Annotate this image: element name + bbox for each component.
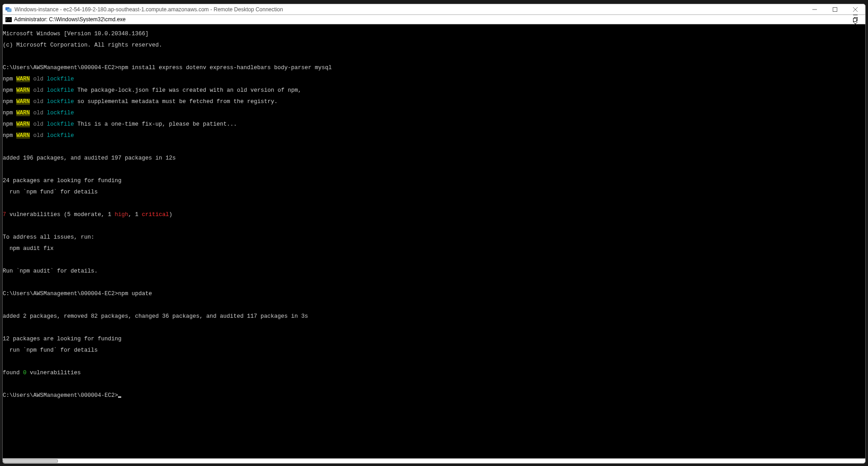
restore-icon [853, 17, 858, 22]
typed-command: npm install express dotenv express-handl… [118, 65, 332, 71]
terminal-line: npm audit fix [3, 246, 865, 252]
terminal-line [3, 302, 865, 308]
terminal-line: C:\Users\AWSManagement\000004-EC2>npm in… [3, 65, 865, 71]
terminal-line: npm WARN old lockfile [3, 76, 865, 82]
severity-critical: critical [142, 212, 169, 218]
maximize-button[interactable] [825, 4, 845, 14]
terminal-line [3, 201, 865, 207]
terminal-line: 24 packages are looking for funding [3, 178, 865, 184]
npm-warn-tag: WARN [16, 99, 30, 105]
cmd-icon: C:\ [5, 17, 12, 22]
minimize-icon [853, 13, 858, 17]
horizontal-scrollbar[interactable] [3, 458, 865, 463]
terminal-line: found 0 vulnerabilities [3, 370, 865, 376]
terminal-line [3, 280, 865, 286]
prompt: C:\Users\AWSManagement\000004-EC2> [3, 291, 118, 297]
terminal-line [3, 167, 865, 173]
terminal-line: run `npm fund` for details [3, 348, 865, 353]
cmd-title-text: Administrator: C:\Windows\System32\cmd.e… [14, 16, 845, 23]
svg-rect-1 [7, 9, 11, 12]
terminal-line [3, 144, 865, 150]
minimize-button[interactable] [804, 4, 825, 14]
terminal-line: npm WARN old lockfile The package-lock.j… [3, 88, 865, 94]
prompt: C:\Users\AWSManagement\000004-EC2> [3, 392, 118, 399]
npm-warn-tag: WARN [16, 132, 30, 139]
cmd-window: C:\ Administrator: C:\Windows\System32\c… [3, 14, 865, 463]
prompt: C:\Users\AWSManagement\000004-EC2> [3, 65, 118, 71]
close-icon [853, 7, 858, 12]
vuln-zero: 0 [23, 370, 27, 376]
terminal-line: (c) Microsoft Corporation. All rights re… [3, 42, 865, 48]
maximize-icon [833, 7, 837, 12]
terminal-line: 7 vulnerabilities (5 moderate, 1 high, 1… [3, 212, 865, 218]
terminal-output[interactable]: Microsoft Windows [Version 10.0.20348.13… [3, 24, 865, 458]
npm-warn-tag: WARN [16, 121, 30, 127]
terminal-line [3, 257, 865, 263]
terminal-line: C:\Users\AWSManagement\000004-EC2>npm up… [3, 291, 865, 297]
terminal-line [3, 325, 865, 331]
cmd-restore-button[interactable] [845, 17, 865, 22]
rdp-window: Windows-instance - ec2-54-169-2-180.ap-s… [2, 4, 866, 464]
terminal-line [3, 223, 865, 229]
terminal-line: npm WARN old lockfile [3, 110, 865, 116]
typed-command: npm update [118, 291, 152, 297]
svg-rect-3 [833, 7, 837, 11]
terminal-line [3, 381, 865, 387]
terminal-line: C:\Users\AWSManagement\000004-EC2> [3, 393, 865, 399]
terminal-line: added 2 packages, removed 82 packages, c… [3, 314, 865, 320]
rdp-title-text: Windows-instance - ec2-54-169-2-180.ap-s… [14, 6, 804, 13]
rdp-titlebar[interactable]: Windows-instance - ec2-54-169-2-180.ap-s… [3, 4, 865, 14]
terminal-line [3, 359, 865, 365]
npm-warn-tag: WARN [16, 76, 30, 82]
npm-warn-tag: WARN [16, 110, 30, 116]
terminal-line [3, 54, 865, 60]
terminal-line: 12 packages are looking for funding [3, 336, 865, 342]
svg-rect-8 [853, 19, 856, 22]
rdp-icon [5, 6, 12, 13]
cmd-titlebar[interactable]: C:\ Administrator: C:\Windows\System32\c… [3, 15, 865, 24]
terminal-line: added 196 packages, and audited 197 pack… [3, 155, 865, 161]
terminal-line: run `npm fund` for details [3, 189, 865, 195]
minimize-icon [812, 7, 817, 12]
terminal-line: Microsoft Windows [Version 10.0.20348.13… [3, 31, 865, 37]
terminal-line: npm WARN old lockfile This is a one-time… [3, 122, 865, 127]
cmd-minimize-button[interactable] [845, 13, 865, 17]
scrollbar-thumb[interactable] [3, 459, 58, 463]
vuln-count: 7 [3, 212, 6, 218]
npm-warn-tag: WARN [16, 87, 30, 94]
terminal-line: To address all issues, run: [3, 235, 865, 240]
terminal-line: npm WARN old lockfile [3, 133, 865, 139]
terminal-line: Run `npm audit` for details. [3, 268, 865, 274]
severity-high: high [115, 212, 128, 218]
terminal-line: npm WARN old lockfile so supplemental me… [3, 99, 865, 105]
cursor [118, 396, 121, 398]
